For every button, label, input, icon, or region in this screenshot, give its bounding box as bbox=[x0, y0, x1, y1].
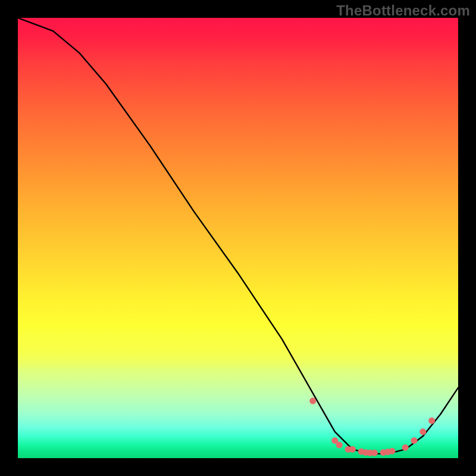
marker-dot bbox=[349, 446, 356, 453]
chart-svg bbox=[18, 18, 458, 458]
marker-dot bbox=[336, 441, 343, 448]
marker-dot bbox=[428, 418, 435, 424]
marker-dot bbox=[411, 437, 418, 444]
marker-dot bbox=[419, 428, 426, 435]
bottleneck-curve bbox=[18, 18, 458, 454]
marker-dot bbox=[402, 444, 409, 451]
plot-area bbox=[18, 18, 458, 458]
marker-dot bbox=[371, 450, 378, 456]
chart-frame: TheBottleneck.com bbox=[0, 0, 476, 476]
marker-dot bbox=[389, 448, 396, 455]
curve-group bbox=[18, 18, 458, 454]
watermark-text: TheBottleneck.com bbox=[336, 2, 470, 19]
marker-dot bbox=[309, 397, 316, 404]
curve-markers bbox=[309, 397, 435, 456]
